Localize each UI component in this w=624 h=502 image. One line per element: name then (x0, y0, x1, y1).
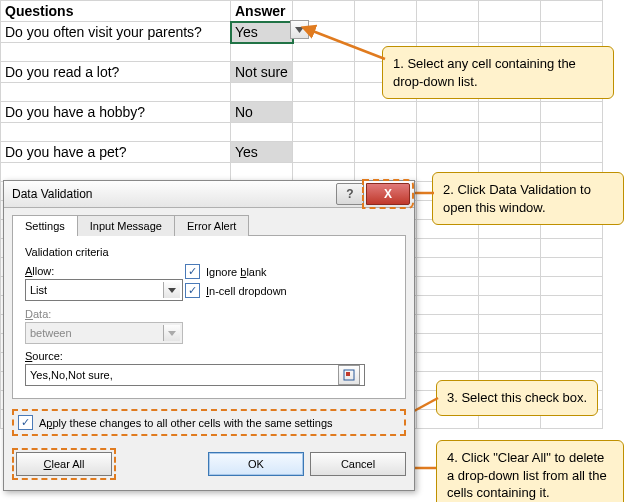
data-validation-dialog: Data Validation ? X Settings Input Messa… (3, 180, 415, 491)
source-value: Yes,No,Not sure, (30, 369, 113, 381)
apply-all-label: Apply these changes to all other cells w… (39, 417, 333, 429)
validation-criteria-label: Validation criteria (25, 246, 393, 258)
answer-cell[interactable]: No (231, 102, 293, 123)
question-cell[interactable]: Do you read a lot? (1, 62, 231, 83)
cancel-button[interactable]: Cancel (310, 452, 406, 476)
tab-error-alert[interactable]: Error Alert (174, 215, 250, 236)
source-input[interactable]: Yes,No,Not sure, (25, 364, 365, 386)
source-label: Source: (25, 350, 393, 362)
dialog-title: Data Validation (12, 187, 334, 201)
allow-value: List (30, 284, 47, 296)
ignore-blank-checkbox[interactable] (185, 264, 200, 279)
cell-dropdown-button[interactable] (290, 20, 309, 39)
tab-settings-page: Validation criteria Allow: List Ignore b… (12, 235, 406, 399)
callout-1: 1. Select any cell containing the drop-d… (382, 46, 614, 99)
incell-dropdown-label: In-cell dropdown (206, 285, 287, 297)
ignore-blank-label: Ignore blank (206, 266, 267, 278)
data-value: between (30, 327, 72, 339)
answer-cell[interactable]: Yes (231, 142, 293, 163)
question-cell[interactable]: Do you often visit your parents? (1, 22, 231, 43)
question-cell[interactable]: Do you have a pet? (1, 142, 231, 163)
svg-marker-10 (168, 331, 176, 336)
data-select: between (25, 322, 183, 344)
ok-button[interactable]: OK (208, 452, 304, 476)
callout-3: 3. Select this check box. (436, 380, 598, 416)
chevron-down-icon (163, 282, 180, 298)
header-answer: Answer (231, 1, 293, 22)
data-label: Data: (25, 308, 185, 320)
answer-cell-selected[interactable]: Yes (231, 22, 293, 43)
allow-label: Allow: (25, 265, 185, 277)
callout-4: 4. Click "Clear All" to delete a drop-do… (436, 440, 624, 502)
answer-cell[interactable]: Not sure (231, 62, 293, 83)
tab-settings[interactable]: Settings (12, 215, 78, 236)
header-questions: Questions (1, 1, 231, 22)
dialog-tabs: Settings Input Message Error Alert (4, 208, 414, 235)
svg-marker-9 (168, 288, 176, 293)
question-cell[interactable]: Do you have a hobby? (1, 102, 231, 123)
dialog-help-button[interactable]: ? (336, 183, 364, 205)
incell-dropdown-checkbox[interactable] (185, 283, 200, 298)
chevron-down-icon (163, 325, 180, 341)
dialog-close-button[interactable]: X (366, 183, 410, 205)
tab-input-message[interactable]: Input Message (77, 215, 175, 236)
callout-2: 2. Click Data Validation to open this wi… (432, 172, 624, 225)
apply-all-checkbox[interactable] (18, 415, 33, 430)
svg-marker-0 (295, 27, 304, 33)
svg-rect-12 (346, 372, 350, 376)
allow-select[interactable]: List (25, 279, 183, 301)
clear-all-button[interactable]: Clear All (16, 452, 112, 476)
range-picker-icon[interactable] (338, 365, 360, 385)
